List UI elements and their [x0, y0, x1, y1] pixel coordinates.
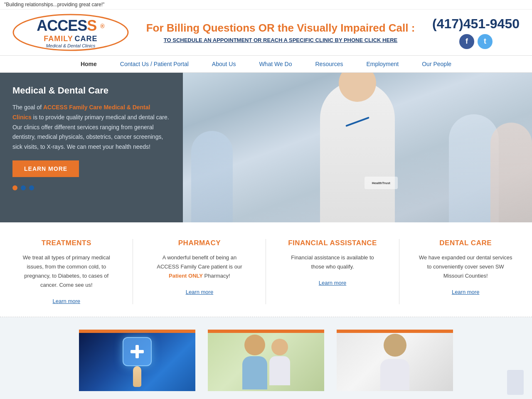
hero-dots [12, 185, 170, 190]
service-treatments-desc: We treat all types of primary medical is… [19, 253, 114, 290]
service-dental-link[interactable]: Learn more [452, 289, 479, 295]
service-financial-desc: Financial assistance is available to tho… [285, 253, 380, 271]
hero-body: The goal of ACCESS Family Care Medical &… [12, 103, 170, 152]
service-pharmacy-title: PHARMACY [152, 239, 247, 247]
divider-2 [266, 239, 266, 304]
logo-access-line: ACCESS ® [37, 17, 104, 34]
logo-family-word: FAMILY [44, 34, 73, 43]
elderly-body [242, 356, 267, 389]
hero-left-panel: Medical & Dental Care The goal of ACCESS… [0, 73, 183, 222]
card-1-top-bar [79, 330, 195, 333]
service-dental: DENTAL CARE We have expanded our dental … [411, 239, 520, 304]
nav-home[interactable]: Home [69, 56, 108, 72]
service-treatments: TREATMENTS We treat all types of primary… [12, 239, 121, 304]
services-section: TREATMENTS We treat all types of primary… [0, 222, 532, 317]
service-financial: FINANCIAL ASSISTANCE Financial assistanc… [278, 239, 387, 304]
service-financial-link[interactable]: Learn more [319, 280, 346, 286]
hero-dot-1[interactable] [12, 185, 17, 190]
nav-what-we-do[interactable]: What We Do [247, 56, 303, 72]
billing-title: For Billing Questions OR the Visually Im… [137, 22, 424, 34]
doctor-body [320, 81, 395, 222]
bg-person-3 [191, 131, 233, 222]
logo[interactable]: ACCESS ® FAMILY CARE Medical & Dental Cl… [12, 14, 129, 51]
header: ACCESS ® FAMILY CARE Medical & Dental Cl… [0, 10, 532, 55]
pharmacy-highlight: Patient ONLY [169, 273, 203, 279]
cross-button [123, 337, 152, 366]
hero-dot-2[interactable] [21, 185, 26, 190]
cross-svg [129, 343, 145, 360]
card-elderly [208, 330, 324, 391]
divider-1 [133, 239, 133, 304]
logo-area: ACCESS ® FAMILY CARE Medical & Dental Cl… [12, 14, 129, 51]
schedule-link[interactable]: TO SCHEDULE AN APPOINTMENT OR REACH A SP… [137, 37, 424, 43]
card-3-image [337, 333, 453, 391]
logo-text: ACCESS ® FAMILY CARE Medical & Dental Cl… [37, 17, 104, 48]
header-right: (417)451-9450 f t [432, 16, 520, 49]
svg-rect-2 [131, 350, 144, 353]
card-1-image [79, 333, 195, 391]
service-financial-title: FINANCIAL ASSISTANCE [285, 239, 380, 247]
cards-section [0, 317, 532, 399]
card-doctor-lab [337, 330, 453, 391]
logo-care-word: CARE [75, 34, 98, 43]
nav-resources[interactable]: Resources [304, 56, 355, 72]
card-2-image [208, 333, 324, 391]
service-treatments-link[interactable]: Learn more [53, 298, 80, 304]
service-pharmacy-desc: A wonderful benefit of being an ACCESS F… [152, 253, 247, 281]
top-quote: "Building relationships...providing grea… [4, 2, 104, 7]
card-3-top-bar [337, 330, 453, 333]
senior-doctor-body [380, 359, 409, 390]
service-dental-desc: We have expanded our dental services to … [418, 253, 513, 281]
social-icons: f t [432, 34, 520, 49]
doctor-head-small [271, 339, 288, 355]
service-pharmacy-link[interactable]: Learn more [186, 289, 213, 295]
service-dental-title: DENTAL CARE [418, 239, 513, 247]
phone-number: (417)451-9450 [432, 16, 520, 32]
hero-image: HealthTrust [183, 73, 532, 222]
nav-contact[interactable]: Contact Us / Patient Portal [108, 56, 200, 72]
hero-dot-3[interactable] [29, 185, 34, 190]
logo-family-care: FAMILY CARE [37, 34, 104, 43]
logo-s-dot: S [87, 17, 96, 34]
hero-learn-more-button[interactable]: LEARN MORE [12, 160, 79, 177]
badge-text: HealthTrust [372, 181, 390, 185]
nav-employment[interactable]: Employment [355, 56, 410, 72]
nav-our-people[interactable]: Our People [410, 56, 463, 72]
hero-body-part2: is to provide quality primary medical an… [12, 114, 169, 150]
senior-doctor-head [384, 334, 406, 357]
hero-body-part1: The goal of [12, 104, 43, 111]
logo-access-word: ACCESS [37, 17, 100, 34]
badge-overlay: HealthTrust [365, 177, 398, 189]
divider-3 [399, 239, 399, 304]
hero-right-panel: HealthTrust [183, 73, 532, 222]
top-bar: "Building relationships...providing grea… [0, 0, 532, 10]
hero-section: Medical & Dental Care The goal of ACCESS… [0, 73, 532, 222]
facebook-icon[interactable]: f [459, 34, 474, 49]
twitter-icon[interactable]: t [478, 34, 493, 49]
nav-about[interactable]: About Us [200, 56, 248, 72]
doctor-body-small [269, 356, 290, 385]
elderly-head [244, 335, 265, 355]
logo-registered: ® [100, 23, 104, 30]
hero-title: Medical & Dental Care [12, 85, 170, 96]
card-2-top-bar [208, 330, 324, 333]
main-nav: Home Contact Us / Patient Portal About U… [0, 55, 532, 73]
card-medical-tech [79, 330, 195, 391]
service-pharmacy: PHARMACY A wonderful benefit of being an… [145, 239, 254, 304]
header-center: For Billing Questions OR the Visually Im… [129, 22, 432, 43]
logo-subtitle: Medical & Dental Clinics [37, 43, 104, 48]
bg-person-2 [490, 123, 532, 222]
finger-shape [133, 366, 141, 387]
service-treatments-title: TREATMENTS [19, 239, 114, 247]
